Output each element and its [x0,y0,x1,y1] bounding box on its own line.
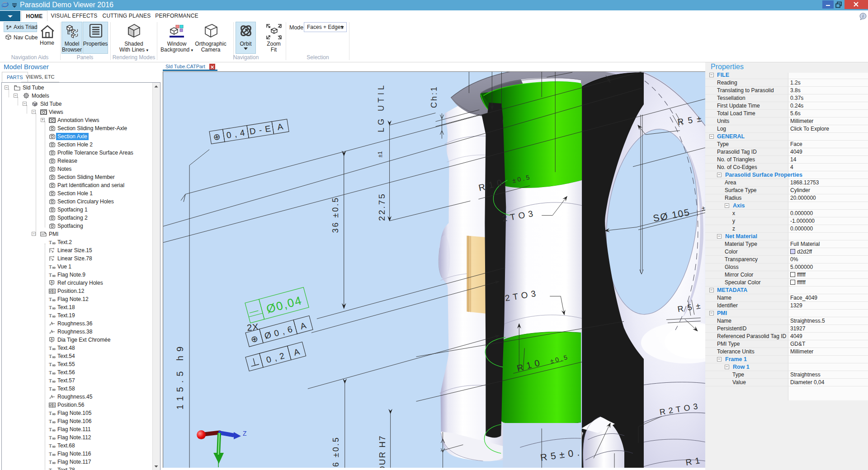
svg-text:OUR H7: OUR H7 [377,435,387,468]
svg-text:±1: ±1 [377,151,383,157]
svg-text:22.75: 22.75 [377,193,387,221]
svg-text:36 ±0.5: 36 ±0.5 [331,436,340,468]
svg-text:LG UTIL: LG UTIL [377,83,386,132]
svg-text:⊕: ⊕ [212,132,222,142]
svg-text:T: T [49,386,52,391]
svg-text:115.5 h9: 115.5 h9 [175,343,185,409]
svg-text:T: T [49,460,52,465]
svg-text:T: T [49,264,52,269]
svg-text:T: T [49,346,52,351]
svg-text:T: T [49,419,52,424]
svg-text:1: 1 [53,289,55,293]
svg-text:2X: 2X [246,322,259,333]
svg-text:T: T [49,468,52,470]
svg-text:T: T [49,427,52,432]
svg-text:Ch:1: Ch:1 [429,85,439,108]
svg-text:T: T [49,370,52,375]
svg-text:A: A [51,280,53,284]
svg-text:T: T [49,435,52,440]
svg-text:T: T [49,354,52,359]
svg-text:T: T [49,362,52,367]
svg-text:T: T [49,240,52,245]
svg-text:A: A [51,337,53,341]
svg-text:T: T [49,443,52,448]
svg-text:T: T [49,411,52,416]
svg-text:Z: Z [243,430,247,437]
svg-text:T: T [49,378,52,383]
svg-text:T: T [49,305,52,310]
svg-text:T: T [49,273,52,277]
svg-text:36 ±0.5: 36 ±0.5 [331,197,340,233]
svg-text:1: 1 [53,403,55,407]
svg-text:T: T [49,313,52,318]
svg-text:T: T [49,297,52,302]
svg-text:T: T [49,451,52,456]
svg-text:i: i [863,14,864,19]
